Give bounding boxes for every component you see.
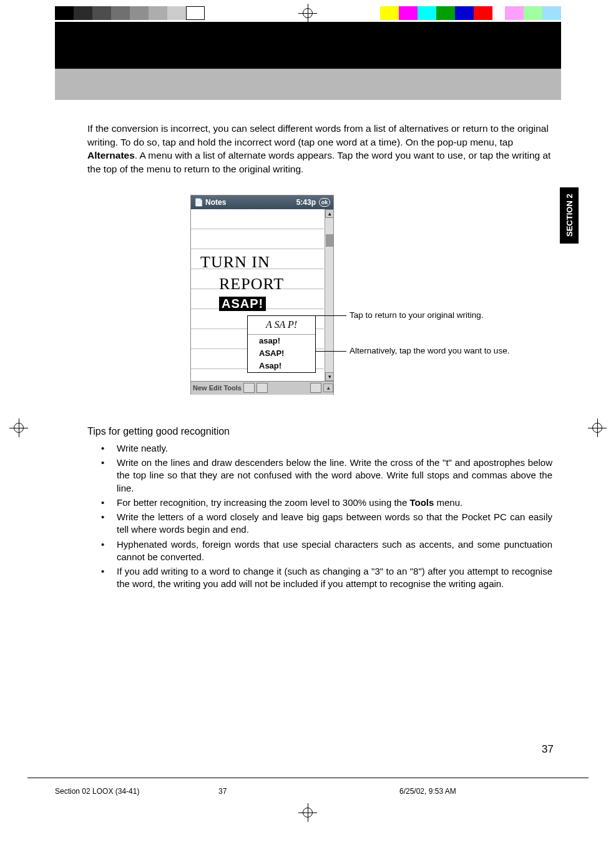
para-bold: Alternates: [87, 150, 135, 161]
menu-tools[interactable]: Tools: [223, 384, 242, 392]
popup-alternate-item[interactable]: Asap!: [248, 360, 315, 372]
device-screenshot-area: 📄 Notes 5:43p ok TURN IN REPORT ASAP!: [190, 195, 552, 401]
callout-1: Tap to return to your original writing.: [350, 310, 484, 320]
handwriting-line1: TURN IN: [200, 253, 270, 272]
scrollbar[interactable]: ▴ ▾: [325, 209, 333, 381]
callout-line: [315, 351, 346, 352]
pocket-pc-device: 📄 Notes 5:43p ok TURN IN REPORT ASAP!: [190, 195, 334, 395]
section-tab: SECTION 2: [560, 187, 579, 244]
scroll-up-icon[interactable]: ▴: [325, 209, 334, 218]
tip-item: If you add writing to a word to change i…: [101, 565, 552, 591]
device-menubar: New Edit Tools ▴: [191, 381, 333, 395]
keyboard-icon[interactable]: [310, 383, 321, 393]
tip-item: Hyphenated words, foreign words that use…: [101, 538, 552, 564]
callout-2: Alternatively, tap the word you want to …: [350, 346, 509, 355]
notes-canvas[interactable]: TURN IN REPORT ASAP! A SA P! asap! ASAP!…: [191, 209, 333, 381]
footer-divider: [27, 778, 589, 778]
footer-page: 37: [218, 787, 227, 796]
footer-filename: Section 02 LOOX (34-41): [55, 787, 139, 796]
header-banner: [55, 22, 561, 100]
app-title: Notes: [205, 198, 226, 207]
tip-item: Write the letters of a word closely and …: [101, 511, 552, 536]
device-clock: 5:43p: [296, 198, 316, 207]
tip-bold: Tools: [409, 497, 434, 508]
para-text: . A menu with a list of alternate words …: [87, 150, 550, 174]
registration-mark-icon: [298, 4, 317, 22]
tip-item: Write neatly.: [101, 442, 552, 455]
intro-paragraph: If the conversion is incorrect, you can …: [87, 122, 552, 176]
notes-icon: 📄: [194, 198, 203, 207]
registration-mark-icon: [298, 803, 317, 822]
tips-list: Write neatly. Write on the lines and dra…: [87, 442, 552, 591]
popup-original-writing[interactable]: A SA P!: [248, 316, 315, 335]
sip-up-icon[interactable]: ▴: [323, 383, 333, 392]
device-titlebar: 📄 Notes 5:43p ok: [191, 195, 333, 209]
menu-new[interactable]: New: [193, 384, 207, 392]
scroll-thumb[interactable]: [326, 234, 333, 247]
scroll-down-icon[interactable]: ▾: [325, 372, 334, 381]
handwriting-line2: REPORT: [219, 275, 284, 294]
toolbar-icon[interactable]: [243, 383, 255, 393]
para-text: If the conversion is incorrect, you can …: [87, 123, 549, 147]
popup-alternate-item[interactable]: asap!: [248, 335, 315, 347]
tip-text: menu.: [434, 497, 462, 508]
registration-mark-icon: [588, 418, 607, 437]
tip-item: Write on the lines and draw descenders b…: [101, 457, 552, 495]
tip-item: For better recognition, try increasing t…: [101, 497, 552, 509]
pen-icon[interactable]: [257, 383, 268, 393]
alternates-popup: A SA P! asap! ASAP! Asap!: [247, 315, 316, 373]
tips-heading: Tips for getting good recognition: [87, 426, 552, 437]
page-number: 37: [542, 743, 554, 756]
handwriting-selected[interactable]: ASAP!: [219, 297, 266, 311]
menu-edit[interactable]: Edit: [209, 384, 222, 392]
tip-text: For better recognition, try increasing t…: [117, 497, 409, 508]
footer-timestamp: 6/25/02, 9:53 AM: [399, 787, 456, 796]
page-content: If the conversion is incorrect, you can …: [87, 122, 552, 593]
callout-line: [315, 315, 346, 316]
popup-alternate-item[interactable]: ASAP!: [248, 347, 315, 360]
ok-button[interactable]: ok: [319, 198, 330, 207]
registration-mark-icon: [9, 418, 28, 437]
